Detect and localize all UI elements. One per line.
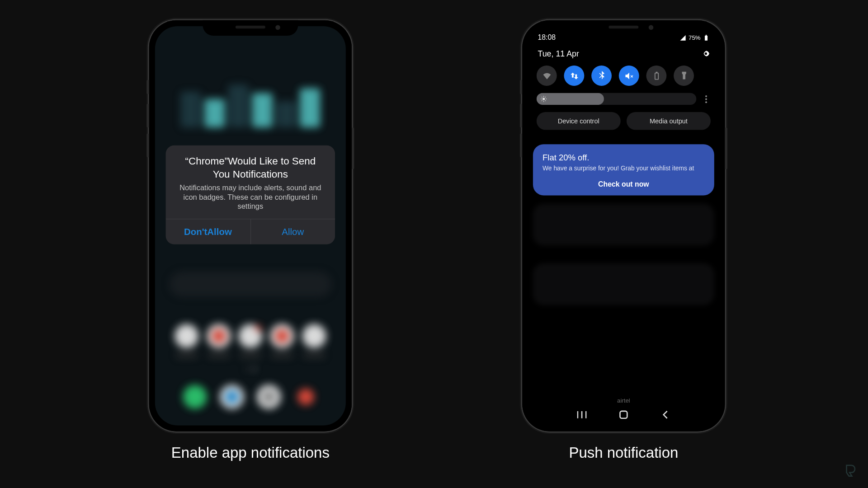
- notification-cta[interactable]: Check out now: [542, 180, 705, 188]
- caption-left: Enable app notifications: [149, 444, 352, 461]
- allow-button[interactable]: Allow: [251, 219, 335, 244]
- mute-switch: [146, 80, 149, 94]
- back-button[interactable]: [659, 409, 671, 421]
- volume-down-button: [520, 133, 522, 157]
- home-icon: [619, 410, 628, 419]
- brightness-icon: [540, 95, 547, 103]
- brightness-slider[interactable]: [537, 93, 696, 105]
- volume-down-button: [146, 133, 149, 157]
- app-icon: [294, 385, 318, 409]
- app-icon: [207, 324, 231, 348]
- bluetooth-toggle[interactable]: [591, 66, 612, 86]
- app-icon: [183, 385, 207, 409]
- media-output-button[interactable]: Media output: [627, 112, 711, 130]
- flashlight-icon: [679, 70, 689, 80]
- mobile-data-toggle[interactable]: [564, 66, 584, 86]
- svg-rect-0: [705, 35, 708, 40]
- app-icon: [257, 385, 281, 409]
- settings-gear-icon[interactable]: [701, 49, 711, 58]
- dialog-title: “Chrome”Would Like to Send You Notificat…: [176, 155, 324, 181]
- caption-right: Push notification: [522, 444, 725, 461]
- svg-rect-5: [620, 411, 627, 418]
- push-notification-card[interactable]: Flat 20% off. We have a surprise for you…: [533, 144, 714, 195]
- phone-screen: 18:08 75% Tue, 11 Apr: [528, 26, 719, 426]
- back-chevron-icon: [662, 411, 669, 419]
- navigation-bar: [528, 409, 719, 421]
- app-icon: [175, 324, 199, 348]
- svg-point-4: [542, 98, 545, 100]
- bluetooth-icon: [596, 70, 606, 80]
- blurred-card: [533, 263, 714, 305]
- phone-ios-mockup: “Chrome”Would Like to Send You Notificat…: [149, 20, 352, 432]
- power-button: [725, 127, 727, 169]
- battery-icon: [703, 34, 710, 41]
- volume-up-button: [520, 103, 522, 127]
- home-button[interactable]: [618, 409, 629, 421]
- front-camera: [275, 25, 280, 30]
- app-icon: [220, 385, 244, 409]
- device-control-button[interactable]: Device control: [537, 112, 621, 130]
- dialog-description: Notifications may include alerts, sound …: [176, 183, 324, 211]
- signal-icon: [679, 34, 686, 41]
- svg-rect-1: [706, 34, 707, 35]
- brightness-slider-row: [537, 93, 711, 105]
- recents-icon: [577, 411, 587, 419]
- battery-icon: [651, 70, 661, 80]
- svg-rect-3: [656, 71, 657, 73]
- wifi-toggle[interactable]: [537, 66, 557, 86]
- dont-allow-button[interactable]: Don'tAllow: [166, 219, 251, 244]
- notification-permission-dialog: “Chrome”Would Like to Send You Notificat…: [166, 145, 335, 244]
- flashlight-toggle[interactable]: [674, 66, 694, 86]
- watermark-logo-icon: [843, 464, 858, 478]
- recents-button[interactable]: [576, 409, 588, 421]
- mute-switch: [520, 80, 522, 94]
- mute-toggle[interactable]: [619, 66, 639, 86]
- app-icon: [238, 324, 262, 348]
- front-camera: [649, 25, 654, 30]
- power-button: [352, 127, 354, 169]
- volume-up-button: [146, 103, 149, 127]
- data-arrows-icon: [569, 70, 579, 80]
- quick-settings-toggles: [537, 66, 711, 86]
- phone-android-mockup: 18:08 75% Tue, 11 Apr: [522, 20, 725, 432]
- phone-screen: “Chrome”Would Like to Send You Notificat…: [155, 26, 346, 426]
- mute-icon: [624, 70, 634, 80]
- app-icon: [270, 324, 294, 348]
- more-options-icon[interactable]: [701, 94, 711, 103]
- battery-percent: 75%: [689, 34, 700, 41]
- notification-body: We have a surprise for you! Grab your wi…: [542, 164, 705, 172]
- app-icon: [302, 324, 326, 348]
- svg-rect-2: [655, 73, 658, 79]
- blurred-card: [533, 204, 714, 245]
- status-time: 18:08: [538, 33, 556, 42]
- carrier-label: airtel: [528, 398, 719, 404]
- power-saving-toggle[interactable]: [646, 66, 666, 86]
- date-label: Tue, 11 Apr: [538, 49, 579, 58]
- notification-title: Flat 20% off.: [542, 153, 705, 162]
- wifi-icon: [542, 70, 552, 80]
- status-bar: 18:08 75%: [538, 33, 709, 42]
